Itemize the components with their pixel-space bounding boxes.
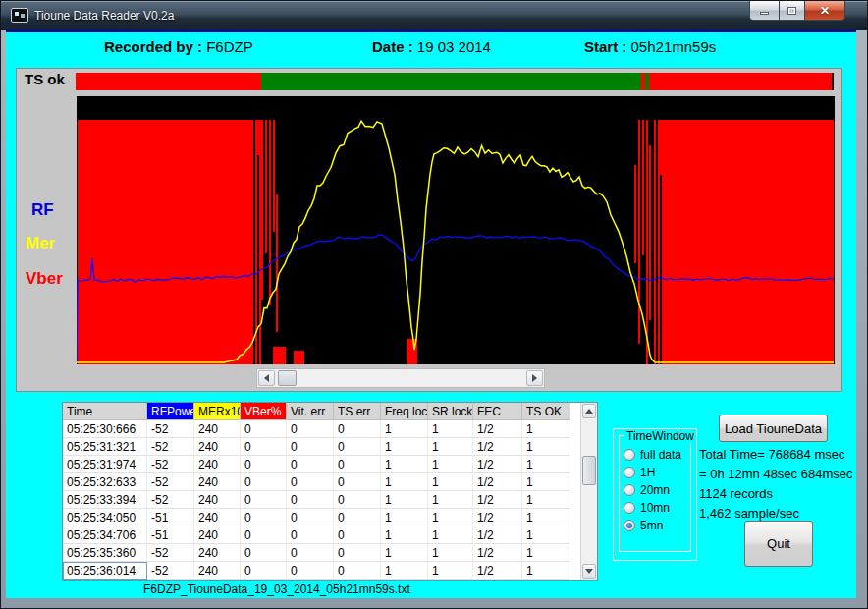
table-header-row: TimeRFPowerMERx10VBer%Vit. errTS errFreq… [63, 403, 597, 420]
table-cell: -52 [147, 544, 194, 562]
start-value: 05h21mn59s [631, 38, 717, 55]
scroll-up-button[interactable] [582, 404, 596, 418]
table-cell: 1 [522, 562, 570, 580]
table-row[interactable]: 05:25:32:633-52240000111/21 [63, 473, 597, 491]
table-row[interactable]: 05:25:30:666-52240000111/21 [63, 420, 597, 438]
column-header-merx10[interactable]: MERx10 [194, 403, 241, 420]
table-cell: 1 [428, 473, 473, 491]
column-header-time[interactable]: Time [63, 403, 147, 420]
table-cell: 05:25:31:974 [63, 456, 147, 473]
table-cell: 0 [287, 526, 334, 544]
table-cell: 1 [428, 438, 473, 456]
record-date: Date : 19 03 2014 [372, 38, 491, 55]
scroll-left-button[interactable] [258, 370, 275, 386]
table-cell: 0 [241, 509, 287, 526]
table-cell: 0 [287, 491, 334, 509]
radio-1h[interactable]: 1H [624, 464, 688, 481]
table-row[interactable]: 05:25:34:706-51240000111/21 [63, 526, 597, 544]
table-cell: 0 [334, 491, 381, 509]
table-cell: 0 [334, 438, 381, 456]
maximize-icon [787, 7, 796, 15]
table-cell: 0 [287, 562, 334, 580]
table-scrollbar-thumb[interactable] [582, 456, 596, 485]
data-table: TimeRFPowerMERx10VBer%Vit. errTS errFreq… [62, 402, 598, 581]
table-cell: -52 [147, 420, 194, 438]
date-label: Date : [372, 38, 413, 55]
radio-full-data[interactable]: full data [624, 446, 688, 464]
ts-status-bar [76, 73, 834, 90]
quit-button[interactable]: Quit [744, 521, 813, 567]
titlebar[interactable]: Tioune Data Reader V0.2a ✕ [1, 1, 867, 30]
table-cell: 0 [287, 420, 334, 438]
down-arrow-icon [585, 569, 593, 574]
radio-label: 20mn [640, 483, 670, 497]
table-row[interactable]: 05:25:35:360-52240000111/21 [63, 544, 597, 562]
window-title: Tioune Data Reader V0.2a [34, 9, 174, 23]
radio-10mn[interactable]: 10mn [624, 499, 688, 517]
ts-segment [832, 73, 834, 90]
table-cell: -52 [147, 491, 194, 509]
table-cell: 1 [381, 473, 428, 491]
window-body: Recorded by : F6DZP Date : 19 03 2014 St… [6, 30, 856, 598]
column-header-fec[interactable]: FEC [473, 403, 522, 420]
rf-trace-label: RF [31, 200, 54, 220]
column-header-freq-lock[interactable]: Freq lock [381, 403, 428, 420]
load-tiounedata-button[interactable]: Load TiouneData [719, 415, 828, 442]
column-header-ts-ok[interactable]: TS OK [522, 403, 570, 420]
table-cell: 1/2 [473, 456, 522, 473]
table-cell: 0 [241, 491, 287, 509]
chart-scrollbar-thumb[interactable] [278, 370, 297, 386]
table-cell: 0 [241, 473, 287, 491]
mer-trace-label: Mer [26, 234, 55, 253]
ts-segment [649, 73, 832, 90]
vber-trace-label: Vber [26, 269, 63, 289]
recorded-by-value: F6DZP [206, 38, 253, 55]
table-cell: 0 [287, 456, 334, 473]
table-row[interactable]: 05:25:31:974-52240000111/21 [63, 456, 597, 473]
app-window: Tioune Data Reader V0.2a ✕ Recorded by :… [0, 0, 868, 609]
table-cell: 240 [194, 473, 241, 491]
table-row[interactable]: 05:25:36:014-52240000111/21 [63, 562, 597, 580]
maximize-button[interactable] [780, 1, 804, 21]
table-scrollbar[interactable] [580, 403, 597, 580]
column-header-sr-lock[interactable]: SR lock [428, 403, 473, 420]
scroll-down-button[interactable] [582, 564, 596, 579]
table-cell: 1 [522, 544, 570, 562]
table-cell: 05:25:35:360 [63, 544, 147, 562]
table-cell: 0 [334, 544, 381, 562]
table-cell: 05:25:33:394 [63, 491, 147, 509]
table-cell: 240 [194, 456, 241, 473]
table-row[interactable]: 05:25:34:050-51240000111/21 [63, 509, 597, 526]
table-cell: 1 [381, 420, 428, 438]
radio-icon [624, 502, 635, 514]
table-cell: 1 [381, 491, 428, 509]
table-cell: 0 [241, 526, 287, 544]
table-cell: 0 [334, 456, 381, 473]
close-button[interactable]: ✕ [804, 1, 845, 21]
table-cell: 1/2 [473, 438, 522, 456]
chart-scrollbar[interactable] [256, 368, 545, 388]
scroll-right-button[interactable] [526, 370, 543, 386]
column-header-ts-err[interactable]: TS err [334, 403, 381, 420]
radio-20mn[interactable]: 20mn [624, 481, 688, 499]
table-cell: 0 [287, 438, 334, 456]
column-header-rfpower[interactable]: RFPower [147, 403, 194, 420]
table-cell: -52 [147, 473, 194, 491]
minimize-icon [760, 12, 769, 15]
table-row[interactable]: 05:25:31:321-52240000111/21 [63, 438, 597, 456]
table-cell: 1/2 [473, 473, 522, 491]
table-cell: -52 [147, 438, 194, 456]
time-window-fieldset: TimeWindow full data1H20mn10mn5mn [619, 435, 691, 552]
loaded-filename: F6DZP_TiouneData_19_03_2014_05h21mn59s.t… [143, 582, 410, 596]
column-header-vber-[interactable]: VBer% [241, 403, 287, 420]
column-header-vit-err[interactable]: Vit. err [287, 403, 334, 420]
stat-line: 1124 records [699, 486, 868, 501]
stat-line: 1,462 sample/sec [699, 506, 868, 521]
table-row[interactable]: 05:25:33:394-52240000111/21 [63, 491, 597, 509]
radio-label: 1H [640, 466, 655, 479]
table-cell: 240 [194, 491, 241, 509]
table-cell: 1 [381, 526, 428, 544]
minimize-button[interactable] [749, 1, 780, 21]
table-cell: 0 [287, 509, 334, 526]
radio-5mn[interactable]: 5mn [624, 517, 688, 534]
